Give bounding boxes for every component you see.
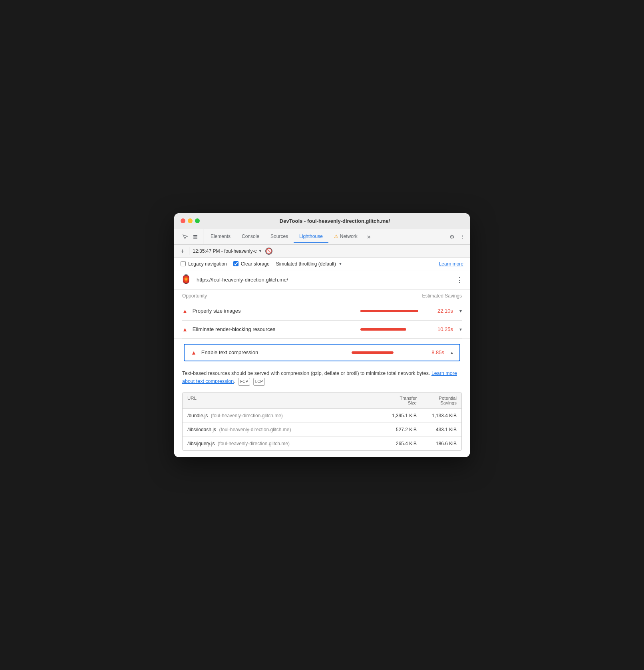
warning-icon: ⚠ [334,234,338,239]
more-tabs-button[interactable]: » [364,230,374,244]
chevron-down-icon-1: ▾ [459,308,462,314]
tab-console[interactable]: Console [236,230,265,243]
expanded-row-container: ▲ Enable text compression 8.85s ▴ [174,339,470,365]
savings-bar-2 [360,328,424,331]
table-cell-savings-1: 1,133.4 KiB [417,413,457,418]
secondary-bar: + 12:35:47 PM - foul-heavenly-c ▼ 🚫 [174,245,470,258]
svg-rect-0 [193,235,197,236]
transfer-col-header: TransferSize [377,396,417,405]
window-title: DevTools - foul-heavenly-direction.glitc… [206,218,463,224]
savings-value-1: 22.10s [429,308,453,314]
tab-network[interactable]: ⚠ Network [328,230,363,243]
table-row-2: /libs/lodash.js (foul-heavenly-direction… [183,423,461,437]
table-cell-transfer-3: 265.4 KiB [377,441,417,446]
tab-icons [177,229,203,244]
opportunity-col-header: Opportunity [182,293,207,299]
dropdown-arrow-icon: ▼ [258,249,262,253]
expanded-detail: Text-based resources should be served wi… [174,365,470,457]
red-bar-1 [360,310,418,312]
fcp-badge: FCP [238,378,250,386]
lcp-badge: LCP [253,378,265,386]
clear-storage-checkbox[interactable]: Clear storage [233,261,270,267]
tab-elements[interactable]: Elements [205,230,236,243]
red-bar-3 [352,351,394,354]
devtools-window: DevTools - foul-heavenly-direction.glitc… [174,213,470,457]
url-display: https://foul-heavenly-direction.glitch.m… [197,277,451,283]
warning-triangle-icon-2: ▲ [182,326,188,333]
tab-actions: ⚙ ⋮ [447,232,467,241]
table-row-1: /bundle.js (foul-heavenly-direction.glit… [183,409,461,423]
detail-table-header: URL TransferSize PotentialSavings [183,392,461,409]
devtools-body: Elements Console Sources Lighthouse ⚠ Ne… [174,229,470,457]
table-cell-transfer-2: 527.2 KiB [377,427,417,432]
opportunity-row-2[interactable]: ▲ Eliminate render-blocking resources 10… [174,321,470,339]
clear-storage-input[interactable] [233,261,239,266]
chevron-down-icon-2: ▾ [459,327,462,332]
options-bar: Legacy navigation Clear storage Simulate… [174,258,470,270]
opportunity-row-3-expanded[interactable]: ▲ Enable text compression 8.85s ▴ [184,344,460,361]
detail-description: Text-based resources should be served wi… [182,369,462,386]
learn-more-link[interactable]: Learn more [439,261,463,267]
chevron-up-icon-3: ▴ [451,350,453,355]
settings-icon[interactable]: ⚙ [447,232,456,241]
column-headers: Opportunity Estimated Savings [174,290,470,302]
table-cell-url-1: /bundle.js (foul-heavenly-direction.glit… [187,413,377,418]
legacy-navigation-checkbox[interactable]: Legacy navigation [181,261,227,267]
savings-value-2: 10.25s [429,326,453,332]
maximize-button[interactable] [195,218,200,223]
table-cell-url-2: /libs/lodash.js (foul-heavenly-direction… [187,427,377,432]
warning-triangle-icon-1: ▲ [182,308,188,314]
opportunity-name-3: Enable text compression [201,349,347,355]
tab-sources[interactable]: Sources [265,230,294,243]
savings-col-header: Estimated Savings [422,293,462,299]
url-bar: 🏮 https://foul-heavenly-direction.glitch… [174,270,470,290]
tabs-bar: Elements Console Sources Lighthouse ⚠ Ne… [174,229,470,245]
detail-table: URL TransferSize PotentialSavings /bundl… [182,392,462,451]
potential-col-header: PotentialSavings [417,396,457,405]
timestamp-selector[interactable]: 12:35:47 PM - foul-heavenly-c ▼ [193,248,262,254]
savings-value-3: 8.85s [420,349,444,355]
add-button[interactable]: + [179,248,186,255]
table-cell-transfer-1: 1,395.1 KiB [377,413,417,418]
svg-rect-1 [193,236,197,237]
table-cell-url-3: /libs/jquery.js (foul-heavenly-direction… [187,441,377,446]
lighthouse-logo-icon: 🏮 [181,274,192,285]
url-more-icon[interactable]: ⋮ [456,276,463,284]
table-cell-savings-3: 186.6 KiB [417,441,457,446]
opportunity-row-1[interactable]: ▲ Properly size images 22.10s ▾ [174,302,470,320]
warning-triangle-icon-3: ▲ [191,349,197,356]
more-vert-icon[interactable]: ⋮ [458,232,467,241]
throttle-selector: Simulated throttling (default) ▼ [276,261,342,267]
opportunity-name-1: Properly size images [193,308,356,314]
table-row-3: /libs/jquery.js (foul-heavenly-direction… [183,437,461,450]
table-cell-savings-2: 433.1 KiB [417,427,457,432]
cursor-icon[interactable] [181,232,189,241]
opportunity-name-2: Eliminate render-blocking resources [193,326,356,332]
legacy-navigation-input[interactable] [181,261,186,266]
tab-lighthouse[interactable]: Lighthouse [294,230,328,243]
layers-icon[interactable] [191,232,200,241]
throttle-dropdown-icon[interactable]: ▼ [338,262,342,266]
title-bar: DevTools - foul-heavenly-direction.glitc… [174,213,470,229]
traffic-lights [181,218,200,223]
minimize-button[interactable] [188,218,193,223]
no-entry-icon[interactable]: 🚫 [265,248,272,255]
svg-rect-2 [193,238,197,239]
savings-bar-3 [352,351,415,354]
savings-bar-1 [360,310,424,312]
close-button[interactable] [181,218,185,223]
red-bar-2 [360,328,406,331]
url-col-header: URL [187,396,377,405]
